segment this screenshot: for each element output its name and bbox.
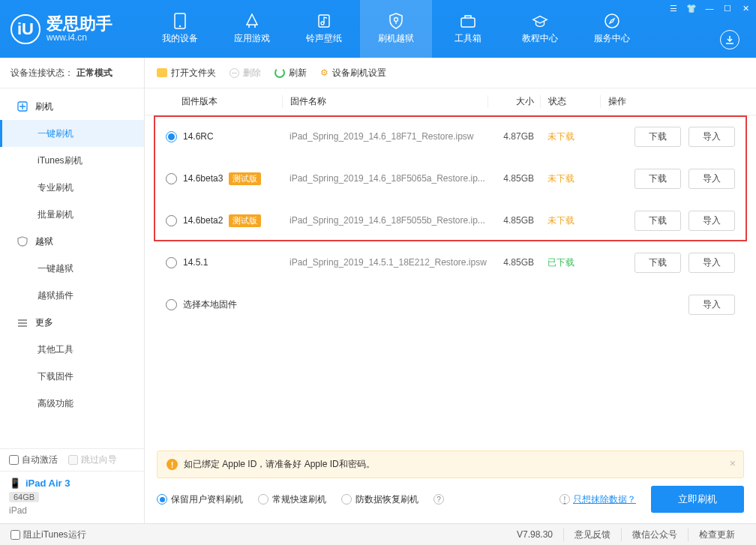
beta-tag: 测试版 xyxy=(229,172,261,185)
content: 打开文件夹 删除 刷新 ⚙设备刷机设置 固件版本 固件名称 大小 状态 操作 1… xyxy=(145,58,756,523)
download-button[interactable]: 下载 xyxy=(634,127,681,147)
nav-toolbox[interactable]: 工具箱 xyxy=(432,0,504,58)
logo-area: iU 爱思助手 www.i4.cn xyxy=(10,14,144,44)
table-row: 14.5.1 iPad_Spring_2019_14.5.1_18E212_Re… xyxy=(145,241,756,283)
delete-button[interactable]: 删除 xyxy=(230,67,261,79)
sidebar-section-flash[interactable]: 刷机 xyxy=(0,93,144,120)
sidebar-section-jailbreak[interactable]: 越狱 xyxy=(0,228,144,255)
col-version: 固件版本 xyxy=(166,95,282,108)
sidebar-item-download-fw[interactable]: 下载固件 xyxy=(0,363,144,390)
sidebar-item-jb-plugin[interactable]: 越狱插件 xyxy=(0,282,144,309)
nav-service[interactable]: 服务中心 xyxy=(576,0,648,58)
delete-icon xyxy=(230,68,239,78)
download-button[interactable]: 下载 xyxy=(634,169,681,189)
skin-icon[interactable]: 👕 xyxy=(686,2,698,14)
flash-options-bar: 保留用户资料刷机 常规快速刷机 防数据恢复刷机 ? !只想抹除数据？ 立即刷机 xyxy=(157,486,744,513)
sidebar-section-more[interactable]: 更多 xyxy=(0,309,144,336)
firmware-radio[interactable] xyxy=(166,257,177,268)
sidebar-item-oneclick-jb[interactable]: 一键越狱 xyxy=(0,255,144,282)
col-ops: 操作 xyxy=(600,95,735,108)
statusbar: 阻止iTunes运行 V7.98.30 意见反馈 微信公众号 检查更新 xyxy=(0,523,756,545)
import-button[interactable]: 导入 xyxy=(688,211,735,231)
table-row-local: 选择本地固件 导入 xyxy=(145,283,756,325)
toolbar: 打开文件夹 删除 刷新 ⚙设备刷机设置 xyxy=(145,58,756,88)
connection-status: 设备连接状态：正常模式 xyxy=(0,58,144,88)
gear-icon: ⚙ xyxy=(320,67,328,78)
svg-point-1 xyxy=(179,25,181,27)
more-icon xyxy=(16,317,28,328)
nav-flash-jailbreak[interactable]: 刷机越狱 xyxy=(360,0,432,58)
brand-title: 爱思助手 xyxy=(46,16,112,32)
svg-rect-8 xyxy=(18,319,27,321)
col-size: 大小 xyxy=(488,95,540,108)
device-phone-icon: 📱 xyxy=(9,478,21,489)
firmware-radio[interactable] xyxy=(166,173,177,184)
toolbox-icon xyxy=(460,13,476,29)
table-row: 14.6beta2测试版 iPad_Spring_2019_14.6_18F50… xyxy=(145,199,756,241)
titlebar-buttons: ☰ 👕 — ☐ ✕ xyxy=(668,2,752,14)
nav-apps[interactable]: 应用游戏 xyxy=(216,0,288,58)
table-header: 固件版本 固件名称 大小 状态 操作 xyxy=(145,88,756,115)
feedback-link[interactable]: 意见反馈 xyxy=(563,529,621,541)
download-button[interactable]: 下载 xyxy=(634,211,681,231)
nav-my-device[interactable]: 我的设备 xyxy=(144,0,216,58)
refresh-button[interactable]: 刷新 xyxy=(274,67,307,79)
menu-icon[interactable]: ☰ xyxy=(668,2,680,14)
opt-anti-recover[interactable]: 防数据恢复刷机 xyxy=(341,493,418,506)
sidebar-item-itunes-flash[interactable]: iTunes刷机 xyxy=(0,147,144,174)
open-folder-button[interactable]: 打开文件夹 xyxy=(157,67,216,79)
skip-guide-checkbox[interactable]: 跳过向导 xyxy=(68,454,117,466)
graduation-icon xyxy=(532,13,548,29)
beta-tag: 测试版 xyxy=(229,214,261,227)
maximize-icon[interactable]: ☐ xyxy=(722,2,734,14)
block-itunes-checkbox[interactable]: 阻止iTunes运行 xyxy=(10,529,86,541)
opt-keep-data[interactable]: 保留用户资料刷机 xyxy=(157,493,243,506)
help-icon[interactable]: ? xyxy=(434,494,444,505)
sidebar-item-oneclick-flash[interactable]: 一键刷机 xyxy=(0,120,144,147)
firmware-radio[interactable] xyxy=(166,131,177,142)
sidebar-item-pro-flash[interactable]: 专业刷机 xyxy=(0,174,144,201)
sidebar-item-other-tools[interactable]: 其他工具 xyxy=(0,336,144,363)
notice-bar: ! 如已绑定 Apple ID，请准备好 Apple ID和密码。 × xyxy=(157,451,744,478)
sidebar-item-batch-flash[interactable]: 批量刷机 xyxy=(0,201,144,228)
update-link[interactable]: 检查更新 xyxy=(688,529,746,541)
svg-rect-9 xyxy=(18,322,27,324)
svg-rect-5 xyxy=(461,18,475,27)
settings-button[interactable]: ⚙设备刷机设置 xyxy=(320,67,386,79)
logo-icon: iU xyxy=(10,14,40,44)
close-icon[interactable]: ✕ xyxy=(740,2,752,14)
opt-normal-flash[interactable]: 常规快速刷机 xyxy=(258,493,326,506)
import-button[interactable]: 导入 xyxy=(688,169,735,189)
wechat-link[interactable]: 微信公众号 xyxy=(621,529,688,541)
import-button[interactable]: 导入 xyxy=(688,295,735,315)
warning-icon: ! xyxy=(166,459,178,470)
nav-tutorial[interactable]: 教程中心 xyxy=(504,0,576,58)
firmware-radio[interactable] xyxy=(166,215,177,226)
download-manager-button[interactable] xyxy=(720,30,740,49)
firmware-radio[interactable] xyxy=(166,299,177,310)
compass-icon xyxy=(604,13,620,29)
sidebar-bottom-options: 自动激活 跳过向导 xyxy=(0,448,144,471)
device-card[interactable]: 📱iPad Air 3 64GB iPad xyxy=(0,471,144,523)
phone-icon xyxy=(172,13,188,29)
svg-rect-10 xyxy=(18,325,27,327)
top-nav: 我的设备 应用游戏 铃声壁纸 刷机越狱 工具箱 教程中心 服务中心 xyxy=(144,0,648,58)
import-button[interactable]: 导入 xyxy=(688,253,735,273)
nav-ringtone[interactable]: 铃声壁纸 xyxy=(288,0,360,58)
flash-now-button[interactable]: 立即刷机 xyxy=(651,486,744,513)
sidebar: 设备连接状态：正常模式 刷机 一键刷机 iTunes刷机 专业刷机 批量刷机 越… xyxy=(0,58,145,523)
col-status: 状态 xyxy=(540,95,600,108)
erase-data-link[interactable]: !只想抹除数据？ xyxy=(560,493,636,506)
svg-point-4 xyxy=(394,18,398,22)
import-button[interactable]: 导入 xyxy=(688,127,735,147)
sidebar-item-advanced[interactable]: 高级功能 xyxy=(0,390,144,417)
notice-close-button[interactable]: × xyxy=(730,457,736,469)
download-button[interactable]: 下载 xyxy=(634,253,681,273)
shield-icon xyxy=(388,13,404,29)
auto-activate-checkbox[interactable]: 自动激活 xyxy=(9,454,58,466)
app-icon xyxy=(244,13,260,29)
minimize-icon[interactable]: — xyxy=(704,2,716,14)
table-row: 14.6RC iPad_Spring_2019_14.6_18F71_Resto… xyxy=(145,115,756,157)
version-label[interactable]: V7.98.30 xyxy=(506,529,563,540)
folder-icon xyxy=(157,68,167,77)
